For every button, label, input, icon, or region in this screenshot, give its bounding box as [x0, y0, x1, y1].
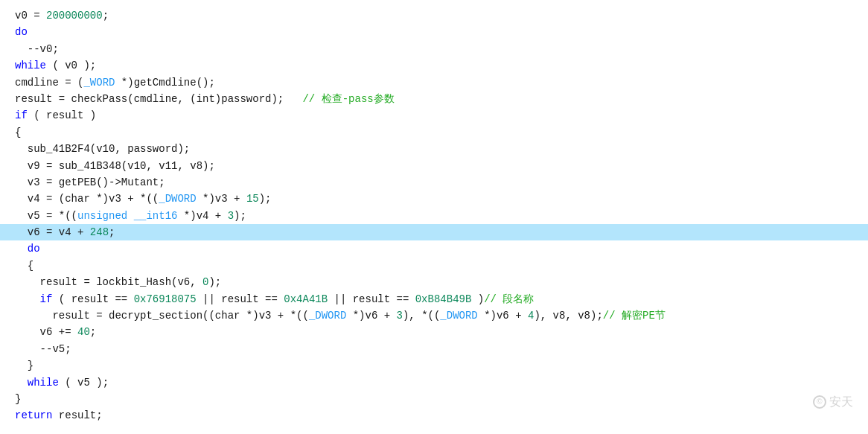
- code-line: if ( result ): [0, 107, 868, 124]
- code-text: while ( v5 );: [15, 374, 109, 391]
- code-text: v9 = sub_41B348(v10, v11, v8);: [15, 158, 215, 174]
- code-line: }: [0, 391, 868, 407]
- code-text: v4 = (char *)v3 + *((_DWORD *)v3 + 15);: [15, 191, 272, 207]
- code-text: v3 = getPEB()->Mutant;: [15, 174, 165, 191]
- code-text: do: [15, 24, 28, 40]
- code-line: {: [0, 258, 868, 274]
- code-text: sub_41B2F4(v10, password);: [15, 141, 190, 157]
- code-text: {: [15, 124, 21, 141]
- code-line: {: [0, 124, 868, 141]
- code-text: cmdline = (_WORD *)getCmdline();: [15, 74, 215, 91]
- code-text: }: [15, 357, 33, 374]
- code-text: result = lockbit_Hash(v6, 0);: [15, 274, 221, 290]
- code-text: result = decrypt_section((char *)v3 + *(…: [15, 307, 666, 324]
- code-text: --v5;: [15, 341, 71, 357]
- code-line: result = checkPass(cmdline, (int)passwor…: [0, 91, 868, 107]
- code-line: sub_41B2F4(v10, password);: [0, 141, 868, 157]
- code-line: v0 = 200000000;: [0, 7, 868, 24]
- code-text: result = checkPass(cmdline, (int)passwor…: [15, 91, 395, 107]
- code-line: --v5;: [0, 341, 868, 357]
- code-line: cmdline = (_WORD *)getCmdline();: [0, 74, 868, 91]
- code-text: --v0;: [15, 41, 59, 57]
- code-line: v3 = getPEB()->Mutant;: [0, 174, 868, 191]
- code-line: if ( result == 0x76918075 || result == 0…: [0, 291, 868, 307]
- code-line: v6 += 40;: [0, 324, 868, 340]
- code-line: v5 = *((unsigned __int16 *)v4 + 3);: [0, 208, 868, 224]
- code-container: v0 = 200000000;do --v0;while ( v0 );cmdl…: [0, 0, 868, 434]
- code-text: if ( result == 0x76918075 || result == 0…: [15, 291, 534, 307]
- code-text: v6 = v4 + 248;: [15, 224, 115, 240]
- code-line: --v0;: [0, 41, 868, 57]
- code-line: v4 = (char *)v3 + *((_DWORD *)v3 + 15);: [0, 191, 868, 207]
- code-line: }: [0, 357, 868, 374]
- code-line: do: [0, 240, 868, 257]
- code-text: while ( v0 );: [15, 57, 96, 74]
- code-text: v6 += 40;: [15, 324, 96, 340]
- code-line: while ( v0 );: [0, 57, 868, 74]
- code-line: do: [0, 24, 868, 40]
- code-text: do: [15, 240, 40, 257]
- code-text: if ( result ): [15, 107, 96, 124]
- code-line: result = decrypt_section((char *)v3 + *(…: [0, 307, 868, 324]
- code-text: v0 = 200000000;: [15, 7, 109, 24]
- code-line: v6 = v4 + 248;: [0, 224, 868, 240]
- code-text: }: [15, 391, 21, 407]
- code-line: result = lockbit_Hash(v6, 0);: [0, 274, 868, 290]
- code-text: v5 = *((unsigned __int16 *)v4 + 3);: [15, 208, 246, 224]
- code-line: v9 = sub_41B348(v10, v11, v8);: [0, 158, 868, 174]
- code-line: while ( v5 );: [0, 374, 868, 391]
- code-text: return result;: [15, 407, 103, 424]
- code-text: {: [15, 258, 33, 274]
- code-line: return result;: [0, 407, 868, 424]
